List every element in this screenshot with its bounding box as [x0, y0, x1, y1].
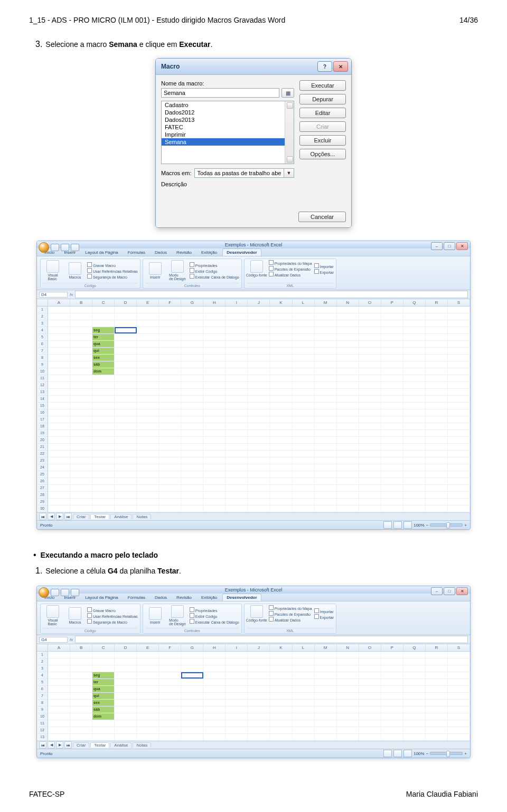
cell[interactable] [70, 375, 92, 381]
row-header[interactable]: 11 [37, 375, 48, 382]
cell[interactable] [315, 652, 337, 658]
cell[interactable] [48, 355, 70, 361]
column-header[interactable]: P [381, 644, 403, 651]
cell[interactable] [226, 355, 248, 361]
cell[interactable] [293, 403, 315, 409]
cell[interactable] [293, 693, 315, 699]
cell[interactable] [181, 652, 203, 658]
zoom-slider[interactable] [430, 752, 463, 755]
pacotes-expansao-button[interactable]: Pacotes de Expansão [269, 611, 312, 616]
cell[interactable] [70, 327, 92, 333]
column-header[interactable]: B [70, 644, 92, 651]
cell[interactable] [315, 355, 337, 361]
cell[interactable] [381, 423, 403, 429]
cell[interactable] [448, 348, 470, 354]
cell[interactable] [70, 313, 92, 320]
cell[interactable] [181, 313, 203, 320]
cell[interactable] [92, 652, 115, 658]
cell[interactable] [403, 437, 426, 443]
cell[interactable] [293, 720, 315, 727]
cell[interactable] [381, 471, 403, 477]
cell[interactable] [359, 485, 381, 491]
cell[interactable] [115, 437, 137, 443]
cell[interactable] [226, 334, 248, 340]
cell[interactable] [137, 416, 159, 423]
cell[interactable] [426, 471, 448, 477]
cell[interactable] [359, 430, 381, 436]
cell[interactable] [203, 403, 226, 409]
cell[interactable] [115, 307, 137, 313]
cell[interactable] [92, 492, 115, 498]
cell[interactable] [137, 437, 159, 443]
column-header[interactable]: A [48, 644, 70, 651]
row-header[interactable]: 10 [37, 368, 48, 375]
cell[interactable] [315, 505, 337, 512]
row-header[interactable]: 2 [37, 658, 48, 665]
cell[interactable] [359, 437, 381, 443]
executar-dialogo-button[interactable]: Executar Caixa de Diálogo [190, 619, 239, 624]
cell[interactable] [337, 341, 359, 347]
row-header[interactable]: 24 [37, 464, 48, 471]
cell[interactable] [181, 375, 203, 381]
cell[interactable] [115, 313, 137, 320]
cell[interactable] [48, 727, 70, 733]
cell[interactable] [226, 327, 248, 333]
cell[interactable] [115, 457, 137, 464]
cell[interactable] [337, 679, 359, 685]
cell[interactable] [270, 451, 292, 457]
row-header[interactable]: 4 [37, 672, 48, 679]
cell[interactable] [115, 686, 137, 692]
cell[interactable]: sex [92, 700, 115, 706]
cell[interactable] [48, 478, 70, 484]
cell[interactable] [203, 492, 226, 498]
formula-input[interactable] [75, 291, 468, 298]
cell[interactable] [403, 389, 426, 395]
cell[interactable] [337, 409, 359, 416]
cell[interactable] [448, 437, 470, 443]
cell[interactable] [448, 320, 470, 327]
cell[interactable] [337, 658, 359, 665]
cell[interactable] [48, 652, 70, 658]
cell[interactable] [203, 451, 226, 457]
cell[interactable] [293, 355, 315, 361]
gravar-macro-button[interactable]: Gravar Macro [87, 262, 138, 268]
cell[interactable] [203, 361, 226, 368]
row-header[interactable]: 13 [37, 734, 48, 741]
cell[interactable] [70, 734, 92, 740]
cell[interactable] [403, 375, 426, 381]
cell[interactable] [159, 355, 181, 361]
cell[interactable] [448, 307, 470, 313]
cell[interactable] [293, 375, 315, 381]
cell[interactable] [137, 409, 159, 416]
cell[interactable] [248, 403, 270, 409]
cell[interactable] [403, 368, 426, 375]
cell[interactable] [226, 734, 248, 740]
row-header[interactable]: 7 [37, 693, 48, 700]
cell[interactable] [270, 679, 292, 685]
cell[interactable] [159, 382, 181, 388]
cell[interactable] [48, 430, 70, 436]
cell[interactable] [92, 423, 115, 429]
cell[interactable] [70, 478, 92, 484]
cell[interactable] [403, 706, 426, 713]
cell[interactable] [92, 396, 115, 402]
office-orb-icon[interactable] [39, 587, 49, 598]
inserir-controle-button[interactable]: Inserir [145, 262, 165, 279]
window-maximize-button[interactable]: □ [444, 242, 455, 250]
cell[interactable] [248, 416, 270, 423]
cell[interactable]: qua [92, 341, 115, 347]
cell[interactable] [448, 409, 470, 416]
cell[interactable] [115, 451, 137, 457]
cell[interactable] [159, 451, 181, 457]
cell[interactable] [48, 348, 70, 354]
cell[interactable] [248, 355, 270, 361]
cell[interactable] [403, 679, 426, 685]
cell[interactable] [181, 361, 203, 368]
cell[interactable] [315, 686, 337, 692]
cell[interactable] [115, 652, 137, 658]
cell[interactable] [248, 679, 270, 685]
cell[interactable] [270, 307, 292, 313]
cell[interactable] [203, 368, 226, 375]
column-header[interactable]: R [426, 644, 448, 651]
cell[interactable] [159, 700, 181, 706]
